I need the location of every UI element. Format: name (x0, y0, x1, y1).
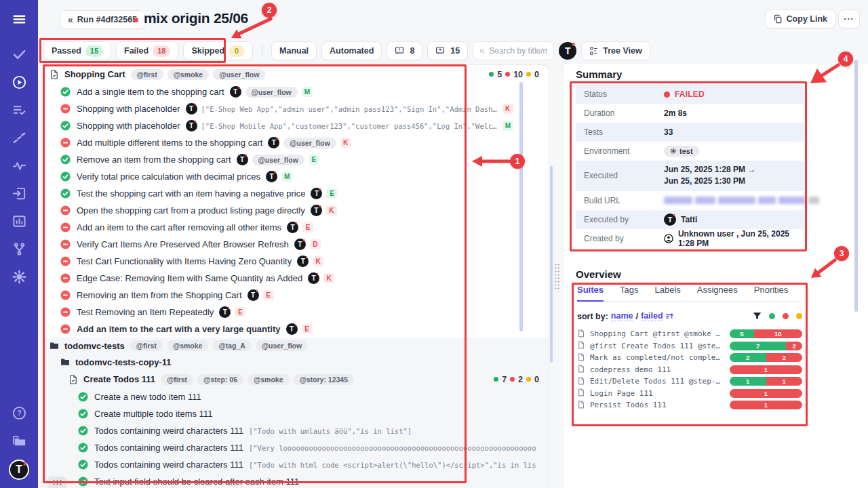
tag[interactable]: @story: 12345 (294, 374, 355, 385)
settings-gear-icon[interactable] (10, 268, 28, 285)
tag[interactable]: @user_flow (283, 138, 336, 148)
tag[interactable]: @user_flow (252, 155, 304, 165)
test-row[interactable]: Add a single item to the shopping cartT@… (44, 83, 549, 100)
tag[interactable]: @first (161, 374, 193, 385)
test-row[interactable]: Test Removing an Item RepeatedlyTE (44, 304, 549, 321)
summary-row-created-by: Created by Unknown user , Jun 25, 2025 1… (576, 229, 804, 248)
tag[interactable]: @user_flow (245, 87, 298, 98)
tag[interactable]: @step: 06 (197, 374, 243, 385)
import-icon[interactable] (10, 184, 28, 202)
tab-labels[interactable]: Labels (654, 285, 680, 295)
search-input[interactable] (489, 46, 547, 56)
test-row[interactable]: Todos containing weird characters 111["V… (44, 439, 549, 456)
more-options-button[interactable]: ··· (838, 9, 860, 28)
test-row[interactable]: Test the shopping cart with an item havi… (44, 185, 549, 202)
overview-suite-row[interactable]: @first Create Todos 111 @ste…72 (577, 340, 802, 352)
suite-row[interactable]: Create Todos 111@first@step: 06@smoke@st… (44, 370, 549, 388)
tag[interactable]: @user_flow (256, 340, 308, 351)
page-scrollbar[interactable] (854, 60, 858, 312)
steps-icon[interactable] (10, 129, 28, 146)
test-row[interactable]: Open the shopping cart from a product li… (44, 202, 549, 219)
test-row[interactable]: Test Cart Functionality with Items Havin… (44, 253, 549, 270)
automated-filter-button[interactable]: Automated (321, 41, 382, 60)
test-row[interactable]: Remove an item from the shopping cartT@u… (44, 151, 549, 168)
run-id-button[interactable]: « Run #4df32565 (60, 10, 145, 29)
overview-suite-row[interactable]: Mark as completed/not comple…22 (577, 352, 802, 364)
tab-assignees[interactable]: Assignees (697, 285, 738, 295)
test-row[interactable]: Create a new todo item 111 (44, 388, 549, 405)
tab-priorities[interactable]: Priorities (754, 285, 789, 295)
test-row[interactable]: Verify Cart Items Are Preserved After Br… (44, 236, 549, 253)
pass-fail-bar: 1 (730, 401, 802, 409)
test-row[interactable]: Shopping with placeholderT["E-Shop Mobil… (44, 117, 549, 134)
runs-icon[interactable] (10, 73, 28, 91)
help-icon[interactable]: ? (10, 404, 28, 422)
sort-by-failed-link[interactable]: failed (641, 311, 663, 321)
corner-grip-handle[interactable] (47, 476, 66, 488)
tag[interactable]: @smoke (167, 340, 209, 351)
test-row[interactable]: Add an item to the cart after removing a… (44, 219, 549, 236)
pulse-icon[interactable] (10, 157, 28, 174)
suite-stats: 5100 (489, 70, 542, 79)
failed-icon (60, 205, 71, 216)
overview-suite-row[interactable]: Shopping Cart @first @smoke …510 (577, 328, 802, 340)
tag[interactable]: @user_flow (213, 69, 265, 80)
overview-suite-row[interactable]: codepress demo 1111 (577, 364, 802, 376)
tab-tags[interactable]: Tags (620, 285, 638, 295)
run-status-dot (134, 18, 138, 22)
skipped-filter-button[interactable]: Skipped 0 (183, 41, 253, 60)
analytics-icon[interactable] (10, 212, 28, 230)
copy-link-button[interactable]: Copy Link (765, 9, 835, 28)
overview-suite-name: @first Create Todos 111 @ste… (590, 342, 725, 350)
pass-fail-bar: 72 (730, 342, 802, 350)
testomat-user-avatar[interactable]: T (559, 42, 576, 60)
tab-suites[interactable]: Suites (577, 285, 604, 302)
folder-row[interactable]: todomvc-tests@first@smoke@tag_A@user_flo… (44, 338, 549, 354)
skipped-count-badge: 0 (229, 45, 245, 57)
failed-filter-button[interactable]: Failed 18 (116, 41, 178, 60)
passed-filter-button[interactable]: Passed 15 (43, 41, 111, 60)
testomat-logo[interactable]: T (9, 460, 29, 480)
suite-row[interactable]: Shopping Cart@first@smoke@user_flow5100 (44, 65, 549, 83)
projects-folder-icon[interactable] (10, 432, 28, 449)
tag[interactable]: @first (130, 340, 163, 351)
gutter-scrollbar[interactable] (550, 166, 553, 363)
test-row[interactable]: Verify total price calculation with deci… (44, 168, 549, 185)
checks-icon[interactable] (10, 45, 28, 63)
test-row[interactable]: Todos containing weird characters 111["T… (44, 422, 549, 439)
test-row[interactable]: Create multiple todo items 111 (44, 405, 549, 422)
passed-segment: 1 (730, 377, 766, 386)
tag[interactable]: @smoke (167, 69, 210, 80)
comments-filter-button[interactable]: ! 8 (387, 41, 422, 60)
build-url-redacted[interactable] (664, 197, 819, 204)
folder-row[interactable]: todomvc-tests-copy-11 (44, 354, 549, 370)
notes-filter-button[interactable]: + 15 (427, 41, 468, 60)
tree-view-icon (589, 46, 599, 56)
pass-fail-bar: 1 (730, 365, 802, 374)
tag[interactable]: @smoke (248, 374, 290, 385)
test-title: Removing an Item from the Shopping Cart (77, 290, 242, 300)
test-row[interactable]: Shopping with placeholderT["E-Shop Web A… (44, 100, 549, 117)
manual-filter-button[interactable]: Manual (271, 41, 317, 60)
overview-suite-row[interactable]: Login Page 1111 (577, 388, 802, 400)
test-row[interactable]: Add multiple different items to the shop… (44, 134, 549, 151)
environment-badge[interactable]: test (664, 146, 699, 157)
sort-by-name-link[interactable]: name (611, 311, 633, 321)
top-bar: « Run #4df32565 mix origin 25/06 Copy Li… (38, 0, 868, 38)
filter-funnel-icon[interactable] (753, 312, 762, 321)
test-plans-icon[interactable] (10, 101, 28, 119)
test-row[interactable]: Todos containing weird characters 111["T… (44, 456, 549, 473)
tag[interactable]: @first (131, 69, 163, 80)
overview-suite-row[interactable]: Persist Todos 1111 (577, 399, 802, 411)
test-row[interactable]: Add an item to the cart with a very larg… (44, 321, 549, 338)
test-row[interactable]: Edge Case: Removing Item with Same Quant… (44, 270, 549, 287)
branches-icon[interactable] (10, 240, 28, 258)
test-row[interactable]: Removing an Item from the Shopping CartT… (44, 287, 549, 304)
tree-view-button[interactable]: Tree View (581, 41, 650, 60)
menu-icon[interactable] (10, 10, 28, 28)
list-scrollbar[interactable] (519, 82, 523, 331)
test-row[interactable]: Text input field should be cleared after… (44, 473, 549, 488)
panel-resize-handle[interactable] (554, 263, 560, 291)
overview-suite-row[interactable]: Edit/Delete Todos 111 @step-…11 (577, 375, 802, 388)
tag[interactable]: @tag_A (212, 340, 251, 351)
